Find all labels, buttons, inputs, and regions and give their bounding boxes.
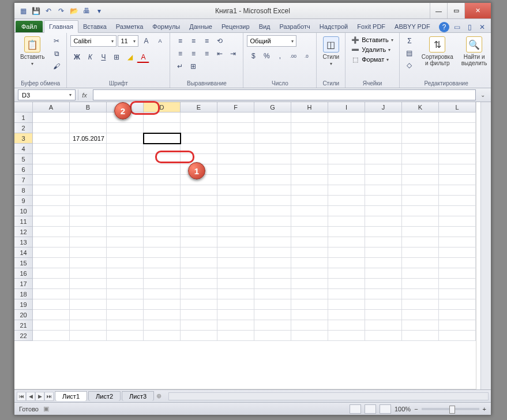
cell[interactable]	[439, 299, 476, 310]
cell[interactable]	[254, 268, 291, 279]
cell[interactable]	[217, 268, 254, 279]
cell[interactable]	[439, 237, 476, 247]
cell[interactable]	[107, 144, 144, 154]
cell[interactable]	[107, 164, 144, 175]
align-top-icon[interactable]: ≡	[174, 35, 186, 47]
cell[interactable]	[254, 144, 291, 154]
col-header[interactable]: H	[291, 102, 328, 112]
delete-cells-button[interactable]: ➖Удалить▾	[349, 45, 396, 54]
cell[interactable]	[70, 216, 107, 227]
cell[interactable]	[144, 331, 181, 341]
row-header[interactable]: 14	[14, 247, 33, 258]
minimize-button[interactable]: —	[430, 3, 447, 18]
cell[interactable]	[365, 289, 402, 299]
cell[interactable]	[144, 112, 181, 123]
cut-icon[interactable]: ✂	[50, 35, 63, 47]
cell[interactable]	[107, 185, 144, 196]
cell[interactable]	[328, 258, 365, 268]
cell[interactable]	[107, 279, 144, 289]
cell[interactable]	[144, 247, 181, 258]
cell[interactable]	[217, 144, 254, 154]
cell[interactable]	[328, 279, 365, 289]
row-header[interactable]: 2	[14, 123, 33, 133]
cell[interactable]	[181, 268, 217, 279]
cell[interactable]	[328, 196, 365, 206]
select-all-corner[interactable]	[14, 102, 33, 112]
align-bottom-icon[interactable]: ≡	[200, 35, 213, 47]
cell[interactable]	[181, 227, 217, 237]
cell[interactable]	[439, 123, 476, 133]
cell[interactable]	[328, 247, 365, 258]
row-header[interactable]: 1	[14, 112, 33, 123]
cell[interactable]	[291, 237, 328, 247]
zoom-level[interactable]: 100%	[395, 406, 411, 412]
cell[interactable]	[365, 144, 402, 154]
cell[interactable]	[181, 133, 217, 144]
cell[interactable]	[254, 154, 291, 164]
row-header[interactable]: 15	[14, 258, 33, 268]
cell[interactable]	[254, 331, 291, 341]
percent-icon[interactable]: %	[260, 50, 273, 62]
col-header[interactable]: A	[33, 102, 70, 112]
cell[interactable]	[291, 185, 328, 196]
cell[interactable]	[217, 320, 254, 331]
normal-view-icon[interactable]	[350, 404, 361, 414]
cell[interactable]	[181, 289, 217, 299]
print-icon[interactable]: 🖶	[81, 6, 92, 16]
row-header[interactable]: 20	[14, 310, 33, 320]
cell[interactable]	[254, 279, 291, 289]
cell[interactable]	[439, 258, 476, 268]
cell[interactable]	[217, 154, 254, 164]
copy-icon[interactable]: ⧉	[50, 48, 63, 59]
cell[interactable]	[365, 133, 402, 144]
cell[interactable]	[33, 289, 70, 299]
cell[interactable]	[402, 123, 439, 133]
cell[interactable]	[402, 268, 439, 279]
cell[interactable]	[254, 299, 291, 310]
paste-button[interactable]: 📋 Вставить ▾	[18, 35, 47, 68]
cell[interactable]	[365, 164, 402, 175]
cell[interactable]	[181, 144, 217, 154]
cell[interactable]	[217, 310, 254, 320]
cell[interactable]	[33, 206, 70, 216]
cell[interactable]	[254, 247, 291, 258]
cell[interactable]	[144, 144, 181, 154]
cell[interactable]	[328, 133, 365, 144]
cell[interactable]	[291, 196, 328, 206]
indent-dec-icon[interactable]: ⇤	[213, 48, 226, 59]
cell[interactable]	[402, 216, 439, 227]
tab-insert[interactable]: Вставка	[78, 21, 111, 32]
cell[interactable]: 17.05.2017	[70, 133, 107, 144]
cell[interactable]	[107, 206, 144, 216]
cell[interactable]	[291, 279, 328, 289]
cell[interactable]	[365, 216, 402, 227]
cell[interactable]	[365, 279, 402, 289]
cell[interactable]	[70, 268, 107, 279]
cell[interactable]	[254, 258, 291, 268]
qat-customize-icon[interactable]: ▾	[94, 6, 104, 16]
page-layout-view-icon[interactable]	[365, 404, 376, 414]
col-header[interactable]: J	[365, 102, 402, 112]
cell[interactable]	[402, 133, 439, 144]
cell[interactable]	[402, 185, 439, 196]
cell[interactable]	[33, 133, 70, 144]
currency-icon[interactable]: $	[247, 50, 260, 62]
first-sheet-icon[interactable]: ⏮	[17, 392, 26, 401]
cell[interactable]	[217, 164, 254, 175]
row-header[interactable]: 17	[14, 279, 33, 289]
cell[interactable]	[254, 185, 291, 196]
insert-cells-button[interactable]: ➕Вставить▾	[349, 35, 396, 44]
cell[interactable]	[328, 164, 365, 175]
cell[interactable]	[291, 112, 328, 123]
cell[interactable]	[107, 310, 144, 320]
cell[interactable]	[328, 123, 365, 133]
cell[interactable]	[402, 164, 439, 175]
cell[interactable]	[107, 123, 144, 133]
macro-record-icon[interactable]: ▣	[43, 405, 49, 412]
cell[interactable]	[439, 320, 476, 331]
cell[interactable]	[439, 133, 476, 144]
cell[interactable]	[33, 196, 70, 206]
cell[interactable]	[181, 310, 217, 320]
cell[interactable]	[291, 164, 328, 175]
font-size-combo[interactable]: 11▾	[118, 35, 138, 47]
